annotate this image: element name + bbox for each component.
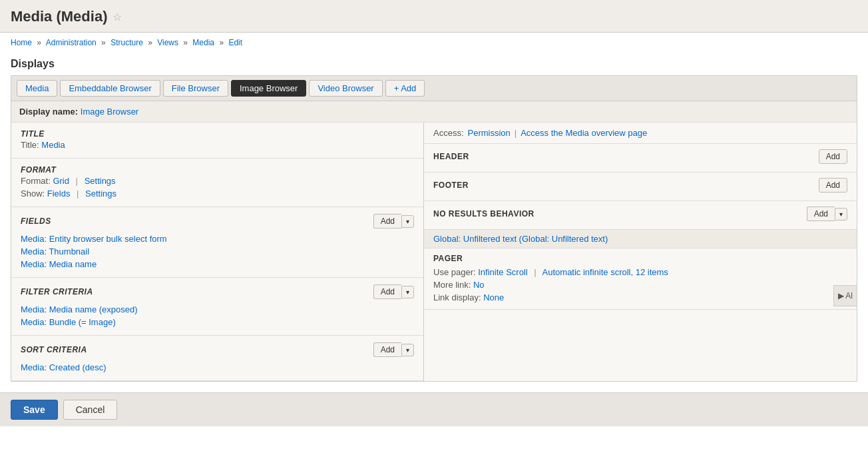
access-row: Access: Permission | Access the Media ov… — [424, 123, 857, 144]
title-section: TITLE Title: Media — [11, 123, 423, 159]
fields-section: FIELDS Add ▾ Media: Entity browser bulk … — [11, 207, 423, 278]
display-name-value: Image Browser — [81, 107, 138, 117]
sort-section: SORT CRITERIA Add ▾ Media: Created (desc… — [11, 336, 423, 381]
field-item-1[interactable]: Media: Thumbnail — [21, 245, 414, 258]
filter-add-split: Add ▾ — [373, 284, 414, 299]
right-panel: Access: Permission | Access the Media ov… — [424, 123, 857, 381]
format-value[interactable]: Grid — [53, 176, 69, 186]
fields-title: FIELDS — [21, 217, 51, 226]
filter-item-0[interactable]: Media: Media name (exposed) — [21, 303, 414, 316]
tab-embeddable[interactable]: Embeddable Browser — [60, 80, 160, 97]
displays-section: Displays Media Embeddable Browser File B… — [0, 53, 868, 382]
tab-media[interactable]: Media — [17, 80, 57, 97]
content-wrapper: Display name: Image Browser TITLE Title:… — [11, 101, 857, 382]
breadcrumb-media[interactable]: Media — [192, 38, 214, 47]
title-label: Title: — [21, 140, 39, 150]
no-results-section-header: NO RESULTS BEHAVIOR Add ▾ — [433, 207, 847, 221]
header-section-header: HEADER Add — [433, 149, 847, 164]
fields-add-button[interactable]: Add — [373, 214, 401, 228]
sort-section-header: SORT CRITERIA Add ▾ — [21, 342, 414, 357]
filter-title: FILTER CRITERIA — [21, 287, 93, 296]
cancel-button[interactable]: Cancel — [63, 400, 118, 420]
filter-section: FILTER CRITERIA Add ▾ Media: Media name … — [11, 278, 423, 336]
two-col-layout: TITLE Title: Media FORMAT Format: Grid |… — [11, 123, 857, 381]
format-row: Format: Grid | Settings — [21, 175, 414, 187]
no-results-title: NO RESULTS BEHAVIOR — [433, 209, 535, 219]
no-results-add-split: Add ▾ — [807, 207, 847, 221]
sort-add-button[interactable]: Add — [373, 342, 401, 357]
no-results-add-button[interactable]: Add — [807, 207, 835, 221]
use-pager-row: Use pager: Infinite Scroll | Automatic i… — [433, 266, 847, 278]
more-link-row: More link: No — [433, 278, 847, 291]
title-value[interactable]: Media — [41, 140, 65, 150]
no-results-value[interactable]: Global: Unfiltered text (Global: Unfilte… — [433, 234, 608, 244]
footer-add-button[interactable]: Add — [819, 178, 847, 193]
format-section-header: FORMAT — [21, 165, 414, 175]
use-pager-label: Use pager: — [433, 267, 476, 277]
breadcrumb-structure[interactable]: Structure — [110, 38, 143, 47]
more-link-value[interactable]: No — [473, 280, 485, 290]
filter-add-button[interactable]: Add — [373, 284, 401, 299]
footer-section: FOOTER Add — [424, 173, 857, 201]
no-results-value-row: Global: Unfiltered text (Global: Unfilte… — [424, 230, 857, 248]
pager-section-header: PAGER — [433, 254, 847, 263]
link-display-row: Link display: None — [433, 291, 847, 304]
sort-item-0[interactable]: Media: Created (desc) — [21, 361, 414, 374]
access-label: Access: — [433, 128, 464, 138]
filter-section-header: FILTER CRITERIA Add ▾ — [21, 284, 414, 299]
save-button[interactable]: Save — [11, 400, 58, 420]
tab-image[interactable]: Image Browser — [231, 80, 306, 97]
star-icon[interactable]: ☆ — [112, 11, 122, 23]
tab-video[interactable]: Video Browser — [309, 80, 382, 97]
use-pager-auto[interactable]: Automatic infinite scroll, 12 items — [542, 267, 668, 277]
title-section-header: TITLE — [21, 129, 414, 139]
sort-title: SORT CRITERIA — [21, 345, 87, 354]
link-display-label: Link display: — [433, 292, 481, 302]
expand-right-button[interactable]: ▶ Al — [833, 285, 857, 306]
format-section: FORMAT Format: Grid | Settings Show: Fie… — [11, 159, 423, 207]
fields-add-dropdown[interactable]: ▾ — [401, 215, 414, 228]
breadcrumb: Home » Administration » Structure » View… — [0, 33, 868, 53]
format-settings-link[interactable]: Settings — [85, 176, 116, 186]
header-title: HEADER — [433, 152, 469, 161]
display-name-label: Display name: — [19, 107, 78, 117]
title-row: Title: Media — [21, 139, 414, 151]
pager-section: PAGER Use pager: Infinite Scroll | Autom… — [424, 248, 857, 310]
access-permission-link[interactable]: Permission — [468, 128, 511, 138]
page-header: Media (Media) ☆ — [0, 0, 868, 33]
link-display-value[interactable]: None — [483, 292, 504, 302]
filter-item-1[interactable]: Media: Bundle (= Image) — [21, 316, 414, 328]
fields-add-split: Add ▾ — [373, 214, 414, 228]
header-add-button[interactable]: Add — [819, 149, 847, 164]
no-results-add-dropdown[interactable]: ▾ — [835, 208, 847, 221]
field-item-2[interactable]: Media: Media name — [21, 258, 414, 270]
format-label: Format: — [21, 176, 51, 186]
field-item-0[interactable]: Media: Entity browser bulk select form — [21, 232, 414, 245]
show-label: Show: — [21, 189, 45, 199]
sort-add-dropdown[interactable]: ▾ — [401, 344, 414, 356]
fields-section-header: FIELDS Add ▾ — [21, 214, 414, 228]
footer-section-header: FOOTER Add — [433, 178, 847, 193]
breadcrumb-views[interactable]: Views — [157, 38, 178, 47]
displays-title: Displays — [11, 58, 857, 70]
filter-add-dropdown[interactable]: ▾ — [401, 286, 414, 298]
footer-title: FOOTER — [433, 181, 469, 190]
display-name-bar: Display name: Image Browser — [11, 101, 857, 123]
page-title: Media (Media) — [11, 8, 107, 25]
show-row: Show: Fields | Settings — [21, 187, 414, 200]
tab-file[interactable]: File Browser — [163, 80, 228, 97]
show-value[interactable]: Fields — [47, 189, 71, 199]
tab-add[interactable]: + Add — [385, 80, 425, 97]
breadcrumb-home[interactable]: Home — [11, 38, 32, 47]
header-section: HEADER Add — [424, 144, 857, 173]
more-link-label: More link: — [433, 280, 471, 290]
show-settings-link[interactable]: Settings — [85, 189, 116, 199]
breadcrumb-edit[interactable]: Edit — [228, 38, 242, 47]
sort-add-split: Add ▾ — [373, 342, 414, 357]
access-overview-link[interactable]: Access the Media overview page — [521, 128, 647, 138]
no-results-section: NO RESULTS BEHAVIOR Add ▾ — [424, 201, 857, 230]
tabs-bar: Media Embeddable Browser File Browser Im… — [11, 75, 857, 101]
footer-bar: Save Cancel — [0, 392, 868, 426]
breadcrumb-administration[interactable]: Administration — [46, 38, 97, 47]
use-pager-value[interactable]: Infinite Scroll — [478, 267, 527, 277]
